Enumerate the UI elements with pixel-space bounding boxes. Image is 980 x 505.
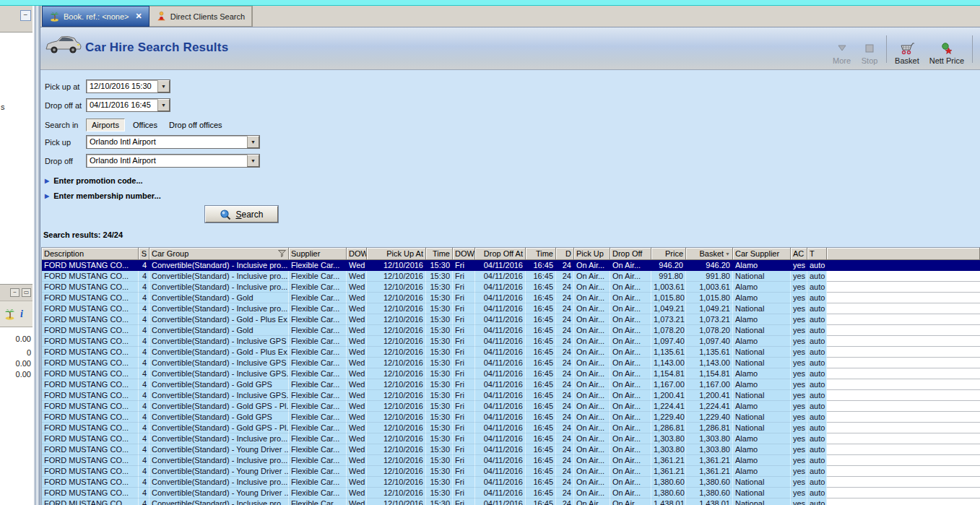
table-row[interactable]: FORD MUSTANG CO...4Convertible(Standard)… bbox=[42, 433, 980, 444]
table-row[interactable]: FORD MUSTANG CO...4Convertible(Standard)… bbox=[42, 368, 980, 379]
table-row[interactable]: FORD MUSTANG CO...4Convertible(Standard)… bbox=[42, 498, 980, 505]
table-row[interactable]: FORD MUSTANG CO...4Convertible(Standard)… bbox=[42, 444, 980, 455]
cell-t: auto bbox=[807, 347, 827, 358]
palm-tree-icon[interactable] bbox=[4, 308, 16, 320]
column-header-supplier[interactable]: Supplier bbox=[289, 248, 347, 260]
basket-button[interactable]: Basket bbox=[890, 33, 924, 65]
dropoff-at-datetime-select[interactable]: 04/11/2016 16:45 ▼ bbox=[86, 98, 170, 112]
membership-number-expander[interactable]: ▶ Enter membership number... bbox=[45, 191, 161, 200]
cell-d: 24 bbox=[556, 477, 574, 488]
cell-t: auto bbox=[807, 401, 827, 412]
cell-dow2: Fri bbox=[453, 347, 475, 358]
table-row[interactable]: FORD MUSTANG CO...4Convertible(Standard)… bbox=[42, 412, 980, 423]
cell-price: 1,229.40 bbox=[651, 412, 686, 423]
cell-dow1: Wed bbox=[347, 325, 367, 336]
table-row[interactable]: FORD MUSTANG CO...4Convertible(Standard)… bbox=[42, 455, 980, 466]
cell-basket: 1,049.21 bbox=[686, 303, 733, 314]
promotion-code-expander[interactable]: ▶ Enter promotion code... bbox=[45, 176, 143, 185]
table-row[interactable]: FORD MUSTANG CO...4Convertible(Standard)… bbox=[42, 358, 980, 368]
cell-d: 24 bbox=[556, 282, 574, 293]
cell-s: 4 bbox=[139, 347, 149, 358]
pickup-location-select[interactable]: Orlando Intl Airport ▼ bbox=[86, 135, 260, 149]
tab-booking-ref[interactable]: Book. ref.: <none> ✕ bbox=[42, 6, 149, 27]
nett-price-button[interactable]: Nett Price bbox=[924, 33, 969, 65]
info-icon[interactable]: i bbox=[20, 308, 23, 320]
cell-pu_date: 12/10/2016 bbox=[367, 433, 426, 444]
tab-direct-clients-search[interactable]: Direct Clients Search bbox=[149, 6, 252, 27]
cell-do_loc: On Air... bbox=[610, 325, 651, 336]
info-value: 0.00 bbox=[0, 369, 32, 380]
cell-dow1: Wed bbox=[347, 368, 367, 379]
cell-group: Convertible(Standard) - Inclusive pro... bbox=[149, 260, 289, 271]
cell-desc: FORD MUSTANG CO... bbox=[42, 412, 139, 423]
close-icon[interactable]: ✕ bbox=[136, 12, 142, 21]
cell-do_loc: On Air... bbox=[610, 466, 651, 477]
table-row[interactable]: FORD MUSTANG CO...4Convertible(Standard)… bbox=[42, 466, 980, 477]
sidebar-minimize-button[interactable]: − bbox=[20, 10, 31, 21]
sidebar-panel-minimize-button[interactable]: − bbox=[10, 288, 19, 297]
cell-do_loc: On Air... bbox=[610, 282, 651, 293]
column-header-group[interactable]: Car Group bbox=[149, 248, 289, 260]
table-row[interactable]: FORD MUSTANG CO...4Convertible(Standard)… bbox=[42, 293, 980, 303]
table-row[interactable]: FORD MUSTANG CO...4Convertible(Standard)… bbox=[42, 477, 980, 488]
column-header-desc[interactable]: Description bbox=[42, 248, 139, 260]
column-header-dow1[interactable]: DOW bbox=[347, 248, 367, 260]
chevron-down-icon[interactable]: ▼ bbox=[247, 136, 259, 148]
table-row[interactable]: FORD MUSTANG CO...4Convertible(Standard)… bbox=[42, 379, 980, 390]
cell-filler bbox=[827, 347, 980, 358]
column-header-do_loc[interactable]: Drop Off bbox=[610, 248, 651, 260]
table-row[interactable]: FORD MUSTANG CO...4Convertible(Standard)… bbox=[42, 423, 980, 433]
table-row[interactable]: FORD MUSTANG CO...4Convertible(Standard)… bbox=[42, 336, 980, 347]
cell-basket: 1,380.60 bbox=[686, 477, 733, 488]
cell-t: auto bbox=[807, 466, 827, 477]
pickup-at-datetime-select[interactable]: 12/10/2016 15:30 ▼ bbox=[86, 79, 170, 93]
column-header-d[interactable]: D bbox=[556, 248, 574, 260]
column-header-ac[interactable]: AC bbox=[791, 248, 807, 260]
search-button[interactable]: Search bbox=[205, 206, 278, 223]
main-area: Book. ref.: <none> ✕ Direct Clients Sear… bbox=[40, 6, 980, 505]
table-row[interactable]: FORD MUSTANG CO...4Convertible(Standard)… bbox=[42, 401, 980, 412]
cell-supplier: Flexible Car... bbox=[289, 347, 347, 358]
table-row[interactable]: FORD MUSTANG CO...4Convertible(Standard)… bbox=[42, 488, 980, 498]
cell-do_date: 04/11/2016 bbox=[475, 423, 526, 433]
table-row[interactable]: FORD MUSTANG CO...4Convertible(Standard)… bbox=[42, 314, 980, 325]
column-header-dow2[interactable]: DOW bbox=[453, 248, 475, 260]
cell-pu_time: 15:30 bbox=[426, 282, 453, 293]
table-row[interactable]: FORD MUSTANG CO...4Convertible(Standard)… bbox=[42, 271, 980, 282]
table-row[interactable]: FORD MUSTANG CO...4Convertible(Standard)… bbox=[42, 347, 980, 358]
dropoff-location-select[interactable]: Orlando Intl Airport ▼ bbox=[86, 154, 260, 168]
search-in-airports-option[interactable]: Airports bbox=[86, 118, 125, 131]
column-header-do_time[interactable]: Time bbox=[526, 248, 556, 260]
search-in-offices-option[interactable]: Offices bbox=[131, 119, 159, 131]
sidebar-panel-restore-button[interactable]: ▭ bbox=[22, 288, 31, 297]
table-row[interactable]: FORD MUSTANG CO...4Convertible(Standard)… bbox=[42, 303, 980, 314]
cell-t: auto bbox=[807, 390, 827, 401]
cell-d: 24 bbox=[556, 336, 574, 347]
cell-ac: yes bbox=[791, 347, 807, 358]
chevron-down-icon[interactable]: ▼ bbox=[247, 155, 259, 167]
column-header-basket[interactable]: Basket▼ bbox=[686, 248, 733, 260]
column-header-pu_date[interactable]: Pick Up At bbox=[367, 248, 426, 260]
column-header-car_supplier[interactable]: Car Supplier bbox=[733, 248, 791, 260]
chevron-down-icon[interactable]: ▼ bbox=[157, 80, 170, 92]
search-in-dropoff-offices-option[interactable]: Drop off offices bbox=[168, 119, 224, 131]
column-header-s[interactable]: S bbox=[139, 248, 149, 260]
column-header-price[interactable]: Price bbox=[651, 248, 686, 260]
column-header-pu_loc[interactable]: Pick Up bbox=[574, 248, 610, 260]
sidebar-splitter[interactable] bbox=[32, 6, 40, 505]
column-header-do_date[interactable]: Drop Off At bbox=[475, 248, 526, 260]
filter-funnel-icon[interactable] bbox=[278, 250, 286, 257]
cell-car_supplier: Alamo bbox=[733, 336, 791, 347]
table-row[interactable]: FORD MUSTANG CO...4Convertible(Standard)… bbox=[42, 260, 980, 271]
table-row[interactable]: FORD MUSTANG CO...4Convertible(Standard)… bbox=[42, 390, 980, 401]
navigate-button[interactable]: Nav bbox=[976, 33, 980, 65]
table-row[interactable]: FORD MUSTANG CO...4Convertible(Standard)… bbox=[42, 282, 980, 293]
table-row[interactable]: FORD MUSTANG CO...4Convertible(Standard)… bbox=[42, 325, 980, 336]
cell-do_loc: On Air... bbox=[610, 293, 651, 303]
chevron-down-icon[interactable]: ▼ bbox=[157, 99, 170, 111]
column-header-t[interactable]: T bbox=[807, 248, 827, 260]
cell-d: 24 bbox=[556, 314, 574, 325]
cell-s: 4 bbox=[139, 488, 149, 498]
cell-do_loc: On Air... bbox=[610, 260, 651, 271]
column-header-pu_time[interactable]: Time bbox=[426, 248, 453, 260]
